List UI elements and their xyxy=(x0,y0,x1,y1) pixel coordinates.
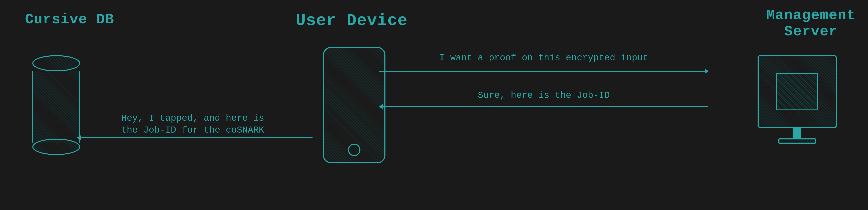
arrow-device-to-db xyxy=(77,137,313,138)
server-section xyxy=(753,0,841,210)
arrow2-label: Sure, here is the Job-ID xyxy=(388,90,700,101)
arrow3-label: Hey, I tapped, and here is the Job-ID fo… xyxy=(83,112,302,136)
arrow1-label: I want a proof on this encrypted input xyxy=(388,52,700,64)
device-section xyxy=(313,0,396,210)
cylinder-top xyxy=(32,55,80,72)
phone-button xyxy=(348,144,361,156)
cylinder-body xyxy=(32,71,80,143)
monitor-stand xyxy=(793,128,801,138)
monitor-base xyxy=(778,138,816,144)
computer xyxy=(757,55,837,155)
db-section xyxy=(25,0,88,210)
arrow-server-to-device xyxy=(379,106,708,107)
diagram-container: Cursive DB User Device Management Server xyxy=(0,0,868,210)
monitor xyxy=(757,55,837,128)
screen-inner xyxy=(776,73,818,110)
database-cylinder xyxy=(32,55,80,155)
phone xyxy=(323,47,385,163)
arrow-device-to-server xyxy=(379,71,708,72)
